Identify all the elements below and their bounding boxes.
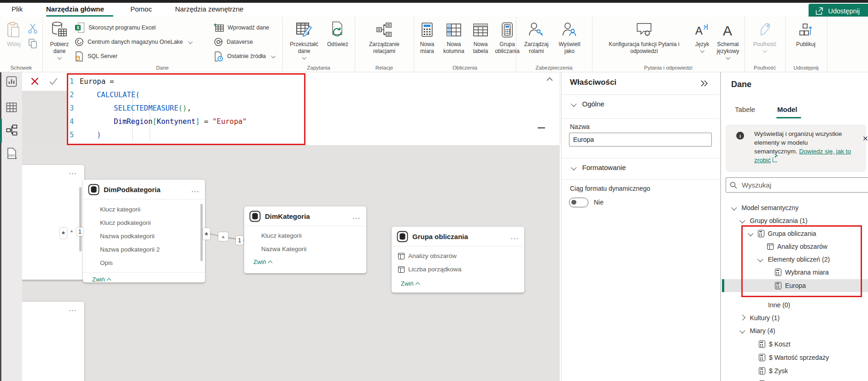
dataverse-button[interactable]: Dataverse [214,36,253,48]
general-section-header[interactable]: Ogólne [572,100,604,108]
tree-item-inne[interactable]: Inne (0) [768,299,790,311]
tree-item-zysk[interactable]: $ Zysk [759,364,788,377]
model-canvas[interactable]: ... DimPodkategoria ... Klucz kategorii … [22,145,560,381]
field-row[interactable]: Nazwa podkategorii [83,229,205,243]
sql-server-button[interactable]: SQL Server [75,50,117,62]
dax-query-view-icon[interactable]: DAX [6,147,18,160]
tree-item-kultury[interactable]: Kultury (1) [740,311,780,324]
publish-button[interactable]: Publikuj [790,19,822,48]
qna-setup-button[interactable]: Konfiguracja funkcji Pytania i odpowiedz… [597,19,692,55]
tab-model[interactable]: Model [777,106,797,113]
field-row[interactable]: Opis [83,256,205,270]
linguistic-schema-button[interactable]: A Schemat językowy [713,19,743,59]
manage-roles-button[interactable]: Zarządzaj rolami [520,19,553,55]
excel-workbook-button[interactable]: X Skoroszyt programu Excel [75,22,156,34]
copy-icon[interactable] [28,38,37,49]
menu-bar: Plik Narzędzia główne Pomoc Narzędzia ze… [0,3,868,17]
manage-relationships-button[interactable]: Zarządzanie relacjami [360,19,408,55]
share-button[interactable]: Udostępnij [809,4,868,18]
tab-tables[interactable]: Tabele [735,106,755,113]
onelake-hub-button[interactable]: Centrum danych magazynu OneLake [75,36,192,48]
transform-data-button[interactable]: Przekształć dane [286,19,322,59]
card-menu-button[interactable]: ... [69,305,77,313]
database-icon [51,19,68,41]
tree-item-calc-group[interactable]: Grupa obliczania [749,227,816,240]
tree-item-analizy-obszarow[interactable]: Analizy obszarów [767,240,827,252]
card-scrollbar[interactable] [79,187,82,252]
table-card-grupa-obliczania[interactable]: Grupa obliczania ... Analizy obszarów Li… [392,227,524,293]
card-header[interactable]: Grupa obliczania ... [392,227,524,246]
card-menu-button[interactable]: ... [69,168,77,176]
field-row[interactable]: Analizy obszarów [392,249,524,263]
close-icon[interactable]: ✕ [862,135,868,143]
editor-scroll-dash[interactable] [538,127,545,129]
recent-sources-button[interactable]: Ostatnie źródła [214,50,275,62]
chevron-down-icon [748,230,753,236]
relationships-icon [376,19,393,41]
collapse-panel-icon[interactable] [700,80,709,87]
cancel-formula-icon[interactable] [30,76,40,86]
field-row[interactable]: Klucz kategorii [83,203,205,216]
group-label-queries: Zapytania [282,65,355,70]
get-data-button[interactable]: Pobierz dane [46,19,73,59]
card-menu-button[interactable]: ... [510,233,519,241]
menu-help[interactable]: Pomoc [130,5,152,13]
calculator-icon [421,19,434,41]
card-menu-button[interactable]: ... [352,212,361,221]
ribbon-group-queries: Przekształć dane Odśwież Zapytania [282,17,355,71]
tree-item-partial[interactable] [759,378,765,381]
cut-icon[interactable] [28,23,38,34]
menu-file[interactable]: Plik [12,5,23,13]
view-switcher-toolbar: DAX [0,72,23,381]
partial-table-card-top[interactable]: ... [22,165,84,280]
new-table-button[interactable]: Nowa tabela [469,19,492,55]
view-as-button[interactable]: Wyświetl jako [555,19,584,55]
table-icon [249,211,261,222]
commit-formula-icon[interactable] [48,76,59,86]
field-row[interactable]: Klucz kategorii [244,229,366,242]
language-button[interactable]: A Język [692,19,713,52]
tree-item-semantic-model[interactable]: Model semantyczny [732,201,798,214]
dax-editor[interactable]: 1 Europa = 2 CALCULATE( 3 SELECTEDMEASUR… [67,72,560,145]
field-row[interactable]: Nazwa Kategorii [244,242,366,256]
collapse-card-link[interactable]: Zwiń [244,258,366,269]
name-field[interactable] [569,133,712,147]
collapse-formula-icon[interactable] [546,77,553,82]
card-header[interactable]: DimKategoria ... [244,206,366,226]
tree-item-wartosc-sprzedazy[interactable]: $ Wartość sprzedaży [759,351,829,363]
refresh-button[interactable]: Odśwież [324,19,352,48]
chevron-down-icon [757,256,763,262]
tree-item-calc-items[interactable]: Elementy obliczeń (2) [758,253,830,265]
table-view-icon[interactable] [6,102,18,115]
menu-external-tools[interactable]: Narzędzia zewnętrzne [175,5,243,13]
new-measure-button[interactable]: Nowa miara [416,19,439,55]
collapse-card-link[interactable]: Zwiń [392,277,524,291]
dynamic-format-toggle[interactable] [569,198,588,207]
card-menu-button[interactable]: ... [191,186,199,194]
paste-button[interactable]: Wklej [3,19,25,48]
table-card-dimkategoria[interactable]: DimKategoria ... Klucz kategorii Nazwa K… [244,206,366,273]
sensitivity-button[interactable]: Poufność [748,19,781,52]
chevron-down-icon [762,48,767,53]
formula-buttons [22,72,67,91]
enter-data-button[interactable]: Wprowadź dane [214,22,269,34]
model-view-icon[interactable] [6,124,18,137]
tree-item-calc-groups[interactable]: Grupy obliczania (1) [740,214,808,227]
menu-home-tab[interactable]: Narzędzia główne [46,5,104,13]
collapse-card-link[interactable]: Zwiń [83,272,205,287]
card-header[interactable]: DimPodkategoria ... [83,180,205,199]
table-card-dimpodkategoria[interactable]: DimPodkategoria ... Klucz kategorii Kluc… [83,180,205,282]
tree-item-miary[interactable]: Miary (4) [740,324,775,337]
field-row[interactable]: Nazwa podkategorii 2 [83,243,205,256]
partial-table-card-bottom[interactable]: ... [22,302,84,381]
table-pencil-icon [295,19,313,41]
tree-item-koszt[interactable]: $ Koszt [759,338,791,350]
tree-item-europa[interactable]: Europa [775,279,806,292]
new-column-button[interactable]: Nowa kolumna [440,19,468,55]
report-view-icon[interactable] [6,76,18,89]
field-row[interactable]: Liczba porządkowa [392,263,524,276]
tree-item-wybrana-miara[interactable]: Wybrana miara [775,266,829,278]
field-row[interactable]: Klucz podkategorii [83,216,205,229]
formatting-section-header[interactable]: Formatowanie [572,164,626,171]
search-input[interactable] [741,181,868,189]
